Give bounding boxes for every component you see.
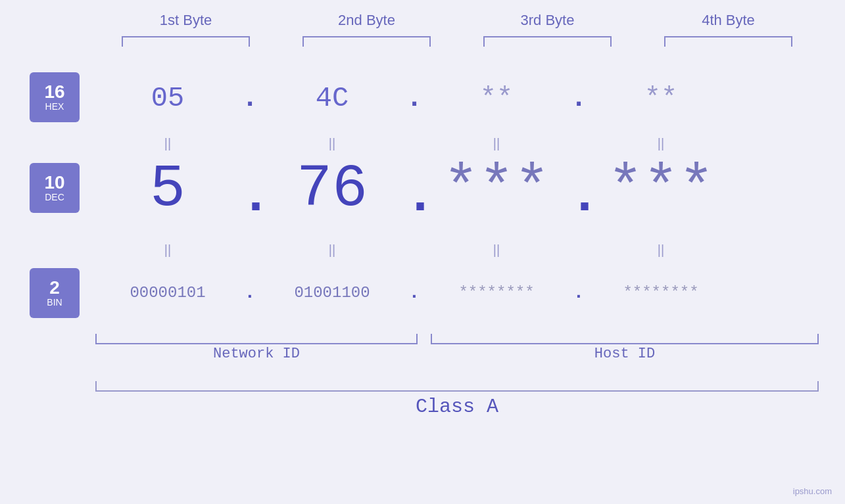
byte-bracket-2 [302,36,431,47]
hex-base-box: 16 HEX [30,72,80,122]
bin-dot-3: . [569,283,589,303]
bin-base-number: 2 [49,279,60,297]
bin-base-label: BIN [47,297,62,308]
class-bracket [95,381,819,392]
byte-bracket-3 [483,36,612,47]
eq2-2: || [260,242,404,258]
bin-dot-1: . [240,283,260,303]
dec-dot-3: . [569,153,589,226]
eq1-1: || [95,136,240,151]
eq1-3: || [424,136,569,151]
dec-val-4: *** [589,156,733,223]
bin-dot-2: . [404,283,424,303]
hex-val-3: ** [424,83,569,114]
hex-dot-2: . [404,83,424,114]
dec-dot-1: . [240,153,260,226]
class-label: Class A [95,396,819,418]
network-id-bracket [95,334,418,344]
dec-val-3: *** [424,156,569,223]
hex-val-1: 05 [95,83,240,114]
eq1-2: || [260,136,404,151]
bin-val-3: ******** [424,284,569,302]
eq1-4: || [589,136,733,151]
byte-header-4: 4th Byte [653,12,804,29]
hex-base-number: 16 [44,83,64,101]
eq2-4: || [589,242,733,258]
eq2-3: || [424,242,569,258]
byte-bracket-4 [664,36,792,47]
bin-base-box: 2 BIN [30,268,80,318]
byte-header-3: 3rd Byte [472,12,623,29]
dec-base-label: DEC [45,192,64,202]
host-id-bracket [431,334,819,344]
bin-val-2: 01001100 [260,284,404,302]
dec-val-2: 76 [260,156,404,223]
dec-dot-2: . [404,153,424,226]
hex-val-4: ** [589,83,733,114]
hex-dot-1: . [240,83,260,114]
bin-val-4: ******** [589,284,733,302]
byte-header-1: 1st Byte [110,12,262,29]
bin-val-1: 00000101 [95,284,240,302]
eq2-1: || [95,242,240,258]
hex-base-label: HEX [45,101,64,112]
watermark: ipshu.com [793,486,832,496]
dec-base-box: 10 DEC [30,163,80,213]
hex-val-2: 4C [260,83,404,114]
dec-val-1: 5 [95,156,240,223]
hex-dot-3: . [569,83,589,114]
dec-base-number: 10 [44,173,64,192]
network-id-label: Network ID [95,346,418,362]
host-id-label: Host ID [431,346,819,362]
byte-bracket-1 [122,36,250,47]
byte-header-2: 2nd Byte [291,12,443,29]
